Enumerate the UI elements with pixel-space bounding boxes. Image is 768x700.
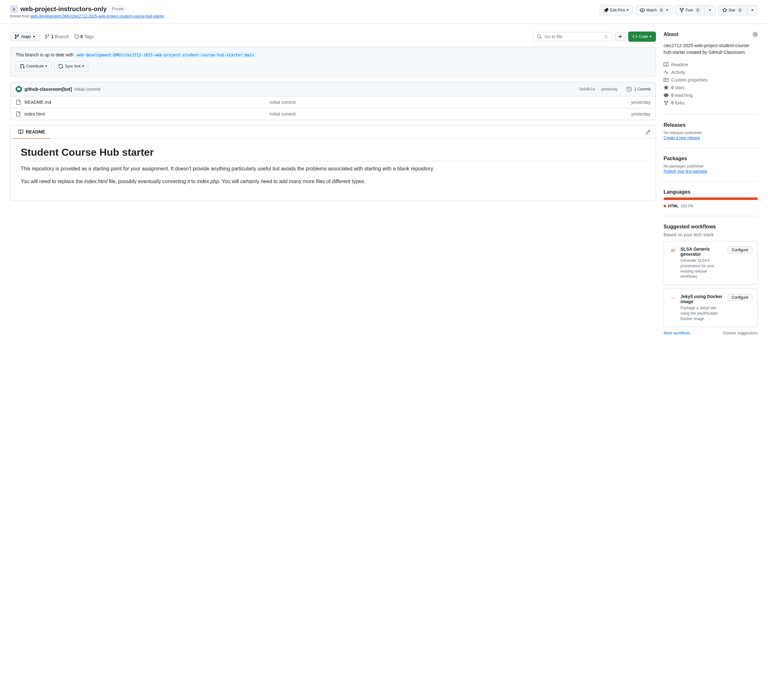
code-icon [632, 34, 637, 39]
file-date: yesterday [523, 100, 651, 105]
repo-avatar: ◆ [10, 5, 18, 13]
pin-icon [604, 8, 609, 13]
languages-title: Languages [664, 189, 758, 195]
configure-button[interactable]: Configure [728, 294, 752, 301]
configure-button[interactable]: Configure [728, 247, 752, 253]
file-row[interactable]: index.html Initial commit yesterday [11, 108, 656, 120]
dismiss-suggestions-link[interactable]: Dismiss suggestions [723, 331, 758, 335]
tags-link[interactable]: 0 Tags [74, 34, 94, 39]
readme-link[interactable]: Readme [664, 61, 758, 69]
star-button[interactable]: Star 0 [718, 5, 747, 15]
releases-none: No releases published [664, 131, 758, 135]
star-icon [664, 85, 669, 90]
tag-icon [74, 34, 79, 39]
commit-date: yesterday [601, 87, 618, 91]
workflow-name[interactable]: SLSA Generic generator [680, 247, 724, 257]
file-name[interactable]: index.html [24, 112, 45, 117]
gear-icon [753, 32, 758, 37]
sync-fork-button[interactable]: Sync fork [54, 61, 88, 71]
about-description: ctec2712-2025-web-project-student-course… [664, 42, 758, 56]
commit-count[interactable]: 1 Commit [634, 87, 651, 91]
fork-dropdown[interactable] [705, 5, 715, 15]
file-search-input[interactable] [544, 34, 604, 39]
language-item[interactable]: HTML 100.0% [664, 204, 758, 208]
workflow-card: ✉ SLSA Generic generator Generate SLSA3 … [664, 241, 758, 285]
custom-properties-link[interactable]: Custom properties [664, 76, 758, 84]
eye-icon [664, 93, 669, 98]
stars-link[interactable]: 0 stars [664, 84, 758, 91]
language-bar [664, 197, 758, 200]
file-name[interactable]: README.md [24, 100, 51, 105]
add-file-button[interactable] [615, 32, 626, 41]
contribute-button[interactable]: Contribute [16, 61, 51, 71]
code-button[interactable]: Code [628, 32, 656, 42]
caret-down-icon [709, 10, 711, 11]
watching-link[interactable]: 0 watching [664, 91, 758, 99]
file-row[interactable]: README.md Initial commit yesterday [11, 96, 656, 108]
workflow-name[interactable]: Jekyll using Docker image [680, 294, 724, 304]
workflow-card: 〰 Jekyll using Docker image Package a Je… [664, 288, 758, 327]
readme-p2: You will need to replace the index.html … [21, 178, 645, 185]
visibility-badge: Private [109, 6, 126, 12]
star-dropdown[interactable] [747, 5, 758, 15]
create-release-link[interactable]: Create a new release [664, 136, 700, 140]
commit-sha[interactable]: 2e64b7a [579, 87, 595, 91]
readme-p1: This repository is provided as a startin… [21, 165, 645, 173]
file-search[interactable]: t [533, 32, 612, 41]
readme-h1: Student Course Hub starter [21, 146, 645, 161]
eye-icon [640, 8, 645, 13]
forks-link[interactable]: 0 forks [664, 99, 758, 107]
activity-link[interactable]: Activity [664, 69, 758, 76]
readme-content: Student Course Hub starter This reposito… [11, 139, 656, 201]
caret-down-icon [666, 10, 668, 11]
jekyll-logo-icon: 〰 [669, 294, 677, 301]
pull-request-icon [20, 64, 25, 69]
repo-name[interactable]: web-project-instructors-only [20, 5, 107, 13]
branches-link[interactable]: 1 Branch [45, 34, 69, 39]
packages-title[interactable]: Packages [664, 156, 758, 162]
releases-title[interactable]: Releases [664, 122, 758, 128]
caret-down-icon [45, 66, 48, 67]
watch-button[interactable]: Watch 0 [635, 5, 672, 15]
workflow-desc: Generate SLSA3 provenance for your exist… [680, 258, 724, 279]
sync-icon [58, 64, 63, 69]
workflows-subtitle: Based on your tech stack [664, 232, 758, 237]
star-icon [722, 8, 727, 13]
file-icon [16, 112, 21, 117]
history-icon [627, 86, 632, 92]
caret-down-icon [33, 36, 35, 37]
commit-message[interactable]: Initial commit [75, 86, 101, 92]
settings-button[interactable] [753, 32, 758, 37]
forked-from-link[interactable]: web-development-DMU/ctec2712-2025-web-pr… [30, 14, 164, 18]
search-icon [537, 34, 542, 39]
slsa-logo-icon: ✉ [669, 247, 677, 254]
upstream-ref: web-development-DMU/ctec2712-2025-web-pr… [75, 52, 256, 58]
readme-tab[interactable]: README [13, 125, 50, 139]
branch-icon [14, 34, 19, 39]
book-icon [18, 129, 23, 135]
about-title: About [664, 32, 678, 37]
workflows-title: Suggested workflows [664, 224, 758, 230]
file-commit-msg[interactable]: Initial commit [270, 112, 524, 117]
caret-down-icon [751, 10, 754, 11]
fork-icon [679, 8, 684, 13]
workflow-desc: Package a Jekyll site using the jekyll/b… [680, 305, 724, 321]
plus-icon [618, 34, 623, 39]
branch-icon [45, 34, 50, 39]
fork-button[interactable]: Fork 0 [675, 5, 705, 15]
file-date: yesterday [523, 112, 651, 117]
latest-commit-row[interactable]: github-classroom[bot] Initial commit 2e6… [11, 82, 656, 96]
edit-pins-button[interactable]: Edit Pins [600, 5, 633, 15]
pencil-icon [645, 130, 651, 135]
search-shortcut: t [604, 34, 608, 39]
file-commit-msg[interactable]: Initial commit [270, 100, 524, 105]
branch-picker[interactable]: main [10, 32, 40, 41]
more-workflows-link[interactable]: More workflows [664, 331, 690, 335]
publish-package-link[interactable]: Publish your first package [664, 169, 707, 173]
forked-from: forked from web-development-DMU/ctec2712… [10, 14, 600, 18]
commit-avatar [16, 86, 22, 92]
edit-readme-button[interactable] [643, 127, 653, 137]
fork-icon [664, 100, 669, 106]
branch-status-box: This branch is up to date with web-devel… [10, 47, 656, 77]
commit-author[interactable]: github-classroom[bot] [24, 86, 72, 92]
